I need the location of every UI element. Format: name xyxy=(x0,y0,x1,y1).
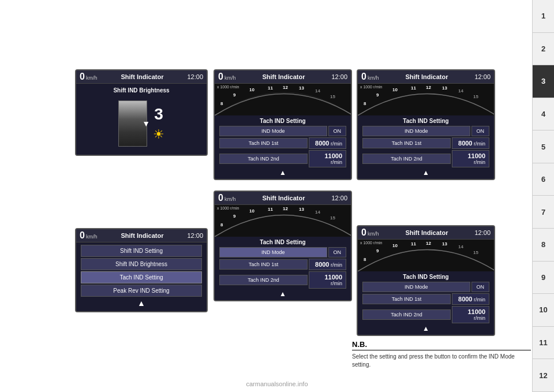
tach-label-13: 13 xyxy=(299,85,304,91)
tach3-value-2nd: 11000 r/min xyxy=(452,150,489,167)
screen-tach4-header: 0 km/h Shift Indicator 12:00 xyxy=(358,226,494,240)
chapter-3[interactable]: 3 xyxy=(533,65,554,98)
screen-time: 12:00 xyxy=(331,195,347,201)
tach2-row-1st[interactable]: Tach IND 1st 8000 r/min xyxy=(219,259,346,270)
tach1-label-ind-mode: IND Mode xyxy=(219,126,327,136)
chapter-11[interactable]: 11 xyxy=(533,327,554,360)
screen-title: Shift Indicator xyxy=(262,73,305,80)
gauge-tach1: x 1000 r/min 8 9 10 11 12 13 14 15 xyxy=(215,84,351,115)
chapter-12[interactable]: 12 xyxy=(533,359,554,392)
tach-label-11: 11 xyxy=(411,241,416,247)
tach1-menu-area: Tach IND Setting IND Mode ON Tach IND 1s… xyxy=(215,115,351,179)
chapter-2[interactable]: 2 xyxy=(533,33,554,66)
screen-title: Shift Indicator xyxy=(405,73,448,80)
tach-label-10: 10 xyxy=(392,87,398,92)
speed-unit: km/h xyxy=(224,75,236,81)
tach1-value-1st: 8000 r/min xyxy=(309,137,346,149)
watermark: carmanualsonline.info xyxy=(246,380,308,387)
speed-display: 0 xyxy=(80,230,85,241)
tach3-up-arrow: ▲ xyxy=(362,169,489,177)
tach-label-10: 10 xyxy=(392,243,398,248)
sun-icon: ☀ xyxy=(153,127,164,142)
tach-label-10: 10 xyxy=(249,208,254,214)
tach4-row-1st[interactable]: Tach IND 1st 8000 r/min xyxy=(362,293,489,305)
screen-menu-header: 0 km/h Shift Indicator 12:00 xyxy=(76,229,207,242)
menu-item-peak-rev[interactable]: Peak Rev IND Setting xyxy=(81,285,202,297)
tach3-label-2nd: Tach IND 2nd xyxy=(362,154,451,164)
tach-label-9: 9 xyxy=(233,214,235,219)
tach4-section-title: Tach IND Setting xyxy=(362,274,489,280)
screen-tach2: 0 km/h Shift Indicator 12:00 x 1000 r/mi… xyxy=(214,191,352,301)
menu-item-brightness[interactable]: Shift IND Brightness xyxy=(81,258,202,270)
tach-label-12: 12 xyxy=(283,206,288,211)
screen-tach2-header: 0 km/h Shift Indicator 12:00 xyxy=(215,192,351,205)
tach-label-12: 12 xyxy=(426,241,431,246)
tach2-row-2nd[interactable]: Tach IND 2nd 11000 r/min xyxy=(219,271,346,289)
chapter-8[interactable]: 8 xyxy=(533,229,554,262)
tach1-label-2nd: Tach IND 2nd xyxy=(219,154,308,164)
tach3-row-1st[interactable]: Tach IND 1st 8000 r/min xyxy=(362,137,489,149)
chapter-10[interactable]: 10 xyxy=(533,294,554,327)
tach4-menu-area: Tach IND Setting IND Mode ON Tach IND 1s… xyxy=(358,271,494,335)
tach1-up-arrow: ▲ xyxy=(219,169,346,177)
chapter-4[interactable]: 4 xyxy=(533,98,554,131)
speed-display: 0 xyxy=(80,72,85,82)
tach1-label-1st: Tach IND 1st xyxy=(219,138,308,148)
tach-label-9: 9 xyxy=(376,248,379,253)
tach-label-15: 15 xyxy=(473,250,478,255)
tach2-menu-area: Tach IND Setting IND Mode ON Tach IND 1s… xyxy=(215,237,351,300)
tach1-row-ind-mode[interactable]: IND Mode ON xyxy=(219,126,346,136)
screen-title: Shift Indicator xyxy=(121,73,163,80)
tach1-value-2nd: 11000 r/min xyxy=(309,150,346,167)
chapter-6[interactable]: 6 xyxy=(533,163,554,196)
tach2-label-2nd: Tach IND 2nd xyxy=(219,275,308,285)
tach-label-8: 8 xyxy=(220,222,223,227)
speed-unit: km/h xyxy=(368,75,379,81)
speed-display: 0 xyxy=(361,227,366,238)
tach2-value-ind-mode: ON xyxy=(328,247,347,257)
tach-label-14: 14 xyxy=(458,244,463,249)
speed-display: 0 xyxy=(218,193,223,203)
tach4-value-2nd: 11000 r/min xyxy=(452,306,489,323)
gauge-tach4: x 1000 r/min 8 9 10 11 12 13 14 15 xyxy=(358,240,494,271)
tach3-menu-area: Tach IND Setting IND Mode ON Tach IND 1s… xyxy=(358,115,494,179)
nb-title: N.B. xyxy=(352,340,531,350)
tach-label-8: 8 xyxy=(220,101,223,106)
nb-text: Select the setting and press the button … xyxy=(352,353,531,369)
speed-display: 0 xyxy=(361,72,366,82)
chapter-1[interactable]: 1 xyxy=(533,0,554,33)
screen-menu: 0 km/h Shift Indicator 12:00 Shift IND S… xyxy=(75,228,208,312)
tach4-value-1st: 8000 r/min xyxy=(452,293,489,305)
screen-brightness: 0 km/h Shift Indicator 12:00 Shift IND B… xyxy=(75,69,208,156)
brightness-value: 3 xyxy=(154,105,163,124)
screen-tach1-header: 0 km/h Shift Indicator 12:00 xyxy=(215,70,351,84)
menu-item-shift-ind[interactable]: Shift IND Setting xyxy=(81,245,202,257)
chapter-7[interactable]: 7 xyxy=(533,196,554,229)
tach-label-8: 8 xyxy=(364,101,366,106)
brightness-slider[interactable]: ▼ xyxy=(118,100,147,147)
tach1-section-title: Tach IND Setting xyxy=(219,118,346,124)
tach4-row-2nd[interactable]: Tach IND 2nd 11000 r/min xyxy=(362,306,489,323)
tach-label-9: 9 xyxy=(376,92,379,98)
tach-label-12: 12 xyxy=(426,85,431,90)
menu-item-tach[interactable]: Tach IND Setting xyxy=(81,271,202,283)
speed-unit: km/h xyxy=(224,196,236,202)
tach2-label-1st: Tach IND 1st xyxy=(219,259,308,270)
screen-time: 12:00 xyxy=(187,73,203,80)
tach-label-13: 13 xyxy=(442,85,447,91)
chapter-9[interactable]: 9 xyxy=(533,262,554,294)
tach2-row-ind-mode[interactable]: IND Mode ON xyxy=(219,247,346,257)
tach1-value-ind-mode: ON xyxy=(328,126,347,136)
tach3-row-ind-mode[interactable]: IND Mode ON xyxy=(362,126,489,136)
tach1-row-2nd[interactable]: Tach IND 2nd 11000 r/min xyxy=(219,150,346,167)
tach1-row-1st[interactable]: Tach IND 1st 8000 r/min xyxy=(219,137,346,149)
tach4-up-arrow: ▲ xyxy=(362,324,489,333)
chapter-5[interactable]: 5 xyxy=(533,130,554,163)
tach2-value-1st: 8000 r/min xyxy=(309,259,346,270)
screen-time: 12:00 xyxy=(187,232,203,239)
tach3-row-2nd[interactable]: Tach IND 2nd 11000 r/min xyxy=(362,150,489,167)
tach4-row-ind-mode[interactable]: IND Mode ON xyxy=(362,282,489,292)
tach3-value-ind-mode: ON xyxy=(471,126,490,136)
screen-time: 12:00 xyxy=(474,229,491,236)
tach-label-9: 9 xyxy=(233,92,235,98)
